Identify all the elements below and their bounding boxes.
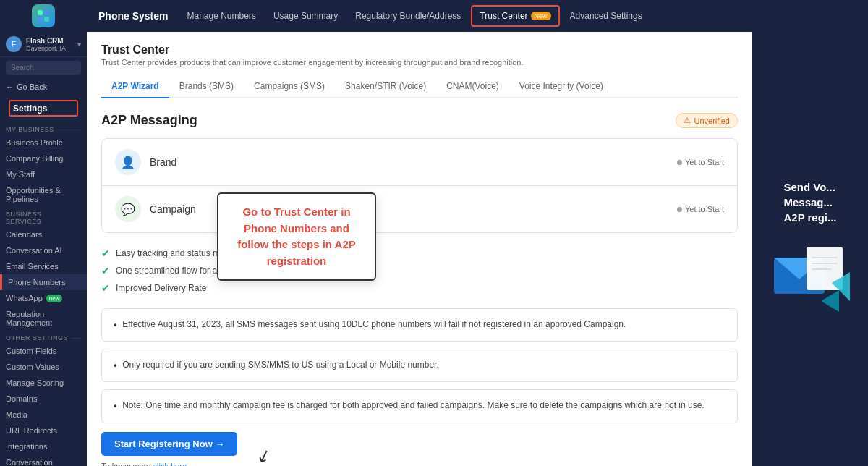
- main-content: Trust Center Trust Center provides produ…: [87, 32, 752, 466]
- brand-card[interactable]: 👤 Brand Yet to Start: [102, 139, 737, 185]
- bullet-2: •: [114, 359, 116, 373]
- click-here-link[interactable]: click here: [153, 462, 187, 466]
- campaign-icon: 💬: [115, 196, 141, 222]
- tab-campaigns-sms[interactable]: Campaigns (SMS): [244, 75, 335, 98]
- logo: [0, 0, 87, 32]
- other-settings-section-label: OTHER SETTINGS: [0, 331, 87, 343]
- nav-usage-summary[interactable]: Usage Summary: [266, 7, 345, 25]
- sidebar-item-conversation-providers[interactable]: Conversation Providers: [0, 454, 87, 466]
- avatar: F: [6, 36, 22, 52]
- arrow-left-icon: ←: [6, 82, 14, 91]
- a2p-title: A2P Messaging: [101, 113, 197, 128]
- chevron-down-icon: ▾: [77, 41, 81, 48]
- whatsapp-new-badge: new: [46, 295, 63, 302]
- business-services-section-label: BUSINESS SERVICES: [0, 207, 87, 226]
- svg-rect-2: [38, 17, 43, 22]
- feature-checklist: ✔ Easy tracking and status management ✔ …: [101, 245, 738, 297]
- account-sub: Davenport, IA: [26, 45, 73, 52]
- trust-center-new-badge: New: [531, 12, 551, 20]
- sidebar-item-business-profile[interactable]: Business Profile: [0, 135, 87, 151]
- svg-rect-0: [38, 10, 43, 15]
- info-box-3: • Note: One time and monthly campaign fe…: [101, 389, 738, 423]
- page-title: Phone System: [98, 10, 168, 22]
- sidebar-item-media[interactable]: Media: [0, 407, 87, 423]
- check-icon-1: ✔: [101, 247, 110, 259]
- brand-status: Yet to Start: [677, 158, 724, 166]
- svg-rect-1: [44, 10, 49, 15]
- check-icon-2: ✔: [101, 265, 110, 276]
- info-box-2: • Only required if you are sending SMS/M…: [101, 349, 738, 382]
- bullet-1: •: [114, 318, 116, 332]
- sidebar-item-domains[interactable]: Domains: [0, 391, 87, 407]
- trust-center-title: Trust Center: [101, 43, 738, 56]
- status-badge: ⚠ Unverified: [676, 113, 738, 128]
- sidebar-item-manage-scoring[interactable]: Manage Scoring: [0, 375, 87, 391]
- search-input[interactable]: [6, 61, 81, 75]
- warning-icon: ⚠: [684, 116, 691, 125]
- nav-trust-center[interactable]: Trust Center New: [471, 5, 559, 27]
- tab-shaken-stir[interactable]: Shaken/STIR (Voice): [335, 75, 436, 98]
- tab-cnam-voice[interactable]: CNAM(Voice): [436, 75, 509, 98]
- sidebar-item-reputation[interactable]: Reputation Management: [0, 306, 87, 331]
- my-business-section-label: MY BUSINESS: [0, 122, 87, 135]
- popup-container: • Effective August 31, 2023, all SMS mes…: [101, 308, 738, 423]
- account-name: Flash CRM: [26, 37, 73, 45]
- search-section: [0, 57, 87, 78]
- right-panel-text: Send Vo...Messag...A2P regi...: [783, 179, 836, 225]
- brand-label: Brand: [150, 156, 668, 168]
- popup-overlay-box: Go to Trust Center in Phone Numbers and …: [217, 192, 376, 281]
- trust-center-subtitle: Trust Center provides products that can …: [101, 58, 738, 67]
- sidebar-item-email-services[interactable]: Email Services: [0, 258, 87, 274]
- check-item-2: ✔ One streamlined flow for all things A2…: [101, 262, 738, 279]
- logo-icon: [32, 4, 55, 27]
- right-panel: Send Vo...Messag...A2P regi...: [752, 32, 868, 466]
- page-title-section: Trust Center Trust Center provides produ…: [101, 43, 738, 67]
- svg-rect-3: [44, 17, 49, 22]
- sidebar-item-opportunities[interactable]: Opportunities & Pipelines: [0, 182, 87, 207]
- sidebar-item-phone-numbers[interactable]: Phone Numbers: [0, 274, 87, 290]
- top-navigation: Phone System Manage Numbers Usage Summar…: [87, 0, 868, 32]
- nav-items: Manage Numbers Usage Summary Regulatory …: [179, 5, 649, 27]
- campaign-card[interactable]: 💬 Campaign Yet to Start: [102, 185, 737, 232]
- check-icon-3: ✔: [101, 282, 110, 294]
- bullet-3: •: [114, 399, 116, 413]
- content-area: Trust Center Trust Center provides produ…: [87, 32, 868, 466]
- account-section[interactable]: F Flash CRM Davenport, IA ▾: [0, 32, 87, 57]
- sidebar-item-integrations[interactable]: Integrations: [0, 439, 87, 454]
- sidebar-item-url-redirects[interactable]: URL Redirects: [0, 423, 87, 439]
- sidebar: F Flash CRM Davenport, IA ▾ ← Go Back Se…: [0, 0, 87, 466]
- check-item-1: ✔ Easy tracking and status management: [101, 245, 738, 262]
- sidebar-item-custom-values[interactable]: Custom Values: [0, 359, 87, 375]
- check-item-3: ✔ Improved Delivery Rate: [101, 279, 738, 297]
- nav-regulatory-bundle[interactable]: Regulatory Bundle/Address: [348, 7, 468, 25]
- sidebar-item-whatsapp[interactable]: WhatsApp new: [0, 290, 87, 306]
- svg-marker-13: [821, 290, 839, 312]
- a2p-cards: 👤 Brand Yet to Start 💬 Campaign Yet to S…: [101, 138, 738, 233]
- go-back-button[interactable]: ← Go Back: [0, 78, 87, 96]
- tab-a2p-wizard[interactable]: A2P Wizard: [101, 75, 169, 98]
- info-box-1: • Effective August 31, 2023, all SMS mes…: [101, 308, 738, 342]
- settings-label-box: Settings: [9, 100, 78, 116]
- sidebar-item-conversation-ai[interactable]: Conversation AI: [0, 242, 87, 258]
- brand-icon: 👤: [115, 149, 141, 175]
- popup-text: Go to Trust Center in Phone Numbers and …: [231, 204, 362, 269]
- status-dot: [677, 160, 682, 165]
- nav-manage-numbers[interactable]: Manage Numbers: [179, 7, 263, 25]
- sidebar-item-calendars[interactable]: Calendars: [0, 226, 87, 242]
- start-button-section: Start Registering Now → To know more cli…: [101, 432, 738, 466]
- sidebar-item-custom-fields[interactable]: Custom Fields: [0, 343, 87, 359]
- sidebar-item-my-staff[interactable]: My Staff: [0, 166, 87, 182]
- nav-advanced-settings[interactable]: Advanced Settings: [563, 7, 650, 25]
- envelope-illustration: [767, 232, 854, 319]
- tabs-bar: A2P Wizard Brands (SMS) Campaigns (SMS) …: [101, 75, 738, 98]
- tab-brands-sms[interactable]: Brands (SMS): [169, 75, 244, 98]
- main-area: Phone System Manage Numbers Usage Summar…: [87, 0, 868, 466]
- tab-voice-integrity[interactable]: Voice Integrity (Voice): [509, 75, 613, 98]
- start-registering-button[interactable]: Start Registering Now →: [101, 432, 237, 456]
- know-more-text: To know more click here: [101, 462, 738, 466]
- status-dot: [677, 207, 682, 212]
- a2p-section-header: A2P Messaging ⚠ Unverified: [101, 113, 738, 128]
- sidebar-item-company-billing[interactable]: Company Billing: [0, 151, 87, 166]
- campaign-status: Yet to Start: [677, 205, 724, 213]
